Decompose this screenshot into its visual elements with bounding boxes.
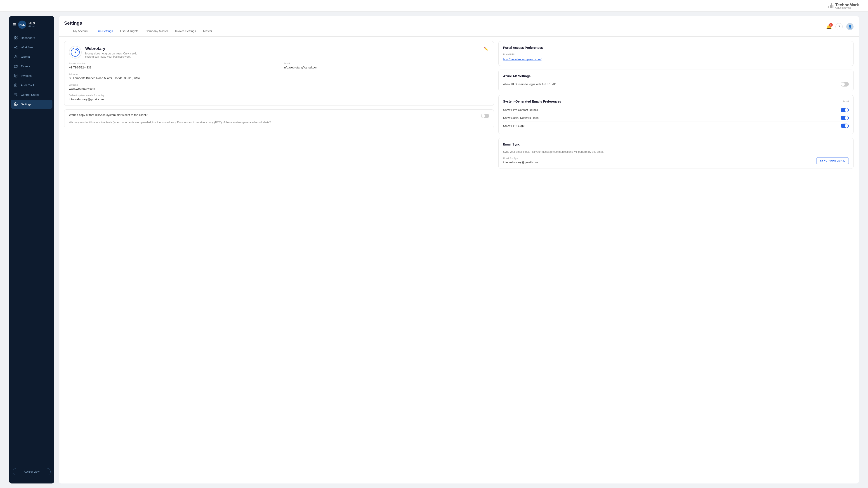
sidebar-item-audit-trail[interactable]: Audit Trail bbox=[11, 80, 53, 90]
address-field: Address 38 Lamberts Branch Road Miami, F… bbox=[69, 73, 489, 80]
email-label: Email bbox=[283, 62, 489, 65]
sidebar-item-control-sheet[interactable]: Control Sheet bbox=[11, 90, 53, 99]
help-button[interactable]: ? bbox=[835, 23, 843, 30]
settings-header: Settings My Account Firm Settings User &… bbox=[59, 16, 859, 37]
email-pref-label-1: Show Social Network Links bbox=[503, 116, 539, 120]
control-sheet-icon bbox=[13, 92, 18, 97]
brand-logo: TechnoMark CaEx Innovate bbox=[829, 2, 859, 9]
azure-label: Allow HLS users to login with AZURE AD bbox=[503, 83, 557, 86]
phone-field: Phone Number +1 786-522-4331 bbox=[69, 62, 274, 69]
sidebar-item-dashboard[interactable]: Dashboard bbox=[11, 33, 53, 42]
sidebar-brand-sub: Global bbox=[29, 25, 35, 28]
sidebar-nav: Dashboard Workflow Clients bbox=[9, 33, 54, 464]
show-firm-contact-toggle[interactable] bbox=[841, 108, 849, 112]
hamburger-icon[interactable]: ☰ bbox=[13, 23, 16, 27]
sidebar-item-label: Audit Trail bbox=[21, 84, 34, 87]
svg-point-10 bbox=[16, 56, 17, 57]
email-sync-description: Sync your email inbox - all your message… bbox=[503, 150, 849, 154]
firm-fields: Phone Number +1 786-522-4331 Email info.… bbox=[69, 62, 489, 101]
tab-invoice-settings[interactable]: Invoice Settings bbox=[172, 29, 199, 36]
firm-info: Webrotary Money does not grow on trees. … bbox=[69, 46, 140, 59]
firm-logo bbox=[69, 46, 82, 59]
svg-rect-3 bbox=[16, 36, 18, 37]
svg-point-17 bbox=[74, 52, 76, 53]
firm-details-card: Webrotary Money does not grow on trees. … bbox=[64, 41, 494, 106]
tab-firm-settings[interactable]: Firm Settings bbox=[92, 29, 117, 36]
portal-url-label: Portal URL bbox=[503, 53, 849, 56]
settings-tabs: My Account Firm Settings User & Rights C… bbox=[64, 29, 221, 36]
email-sync-card: Email Sync Sync your email inbox - all y… bbox=[498, 138, 854, 169]
sidebar-item-tickets[interactable]: Tickets bbox=[11, 62, 53, 71]
website-field: Website www.webrotary.com bbox=[69, 84, 489, 90]
tab-master[interactable]: Master bbox=[199, 29, 216, 36]
default-email-value: info.webrotary@gmail.com bbox=[69, 98, 489, 101]
sidebar-item-label: Workflow bbox=[21, 46, 33, 49]
website-label: Website bbox=[69, 84, 489, 86]
settings-icon bbox=[13, 102, 18, 106]
azure-ad-card: Azure AD Settings Allow HLS users to log… bbox=[498, 70, 854, 91]
sidebar-brand-text: HLS bbox=[29, 22, 35, 25]
main-layout: ☰ HLS HLS Global Dashboard bbox=[0, 11, 868, 488]
svg-text:HLS: HLS bbox=[20, 23, 25, 26]
phone-value: +1 786-522-4331 bbox=[69, 66, 274, 69]
svg-rect-2 bbox=[14, 36, 16, 37]
settings-container: Settings My Account Firm Settings User &… bbox=[59, 16, 859, 484]
sidebar-item-workflow[interactable]: Workflow bbox=[11, 43, 53, 52]
edit-firm-button[interactable]: ✏️ bbox=[483, 46, 489, 52]
portal-url-link[interactable]: http://taxarise.sampleurl.com/ bbox=[503, 58, 541, 61]
user-avatar-button[interactable]: 👤 bbox=[846, 23, 854, 30]
portal-access-title: Portal Access Preferences bbox=[503, 46, 849, 50]
svg-rect-4 bbox=[14, 38, 16, 39]
sidebar-item-invoices[interactable]: Invoices bbox=[11, 71, 53, 80]
phone-email-row: Phone Number +1 786-522-4331 Email info.… bbox=[69, 62, 489, 69]
bcc-toggle[interactable] bbox=[481, 113, 489, 118]
firm-name: Webrotary bbox=[85, 46, 140, 51]
svg-rect-11 bbox=[14, 65, 18, 68]
invoices-icon bbox=[13, 73, 18, 78]
show-firm-logo-toggle[interactable] bbox=[841, 124, 849, 128]
svg-rect-13 bbox=[16, 84, 17, 84]
sidebar-item-label: Invoices bbox=[21, 74, 32, 77]
header-actions: 🔔 2 ? 👤 bbox=[826, 23, 854, 30]
brand-circle: HLS bbox=[18, 21, 26, 29]
svg-point-15 bbox=[16, 104, 17, 105]
tab-user-rights[interactable]: User & Rights bbox=[117, 29, 142, 36]
sync-email-button[interactable]: SYNC YOUR EMAIL bbox=[816, 157, 849, 164]
sync-row: Email for Sync info.webrotary@gmail.com … bbox=[503, 157, 849, 164]
notification-badge: 2 bbox=[829, 23, 833, 27]
sync-email-label: Email for Sync bbox=[503, 157, 538, 160]
sidebar-header: ☰ HLS HLS Global bbox=[9, 21, 54, 33]
sidebar-item-clients[interactable]: Clients bbox=[11, 52, 53, 61]
svg-rect-5 bbox=[16, 38, 18, 39]
sidebar: ☰ HLS HLS Global Dashboard bbox=[9, 16, 54, 484]
workflow-icon bbox=[13, 45, 18, 50]
sidebar-item-label: Settings bbox=[21, 103, 31, 106]
sidebar-item-settings[interactable]: Settings bbox=[11, 100, 53, 109]
top-banner: TechnoMark CaEx Innovate bbox=[0, 0, 868, 11]
phone-label: Phone Number bbox=[69, 62, 274, 65]
bcc-title: Want a copy of that BillArise system ale… bbox=[69, 113, 426, 117]
website-value: www.webrotary.com bbox=[69, 87, 489, 90]
show-firm-contact-slider bbox=[841, 108, 849, 112]
bcc-toggle-slider bbox=[481, 113, 489, 118]
firm-header: Webrotary Money does not grow on trees. … bbox=[69, 46, 489, 59]
left-column: Webrotary Money does not grow on trees. … bbox=[64, 41, 494, 479]
right-column: Portal Access Preferences Portal URL htt… bbox=[498, 41, 854, 479]
clients-icon bbox=[13, 55, 18, 59]
tab-my-account[interactable]: My Account bbox=[70, 29, 92, 36]
sync-email-group: Email for Sync info.webrotary@gmail.com bbox=[503, 157, 538, 164]
email-pref-label-0: Show Firm Contact Details bbox=[503, 108, 538, 111]
notification-button[interactable]: 🔔 2 bbox=[826, 24, 832, 29]
email-field: Email info.webrotary@gmail.com bbox=[283, 62, 489, 69]
sync-email-value: info.webrotary@gmail.com bbox=[503, 161, 538, 164]
show-social-links-toggle[interactable] bbox=[841, 116, 849, 120]
azure-toggle-slider bbox=[841, 82, 849, 87]
advisor-view-button[interactable]: Advisor View bbox=[13, 468, 51, 475]
brand-bar-icon bbox=[829, 3, 833, 8]
firm-tagline: Money does not grow on trees. Only a sol… bbox=[85, 52, 140, 58]
tab-company-master[interactable]: Company Master bbox=[142, 29, 172, 36]
sidebar-item-label: Tickets bbox=[21, 65, 30, 68]
azure-toggle[interactable] bbox=[841, 82, 849, 87]
bcc-notification-card: Want a copy of that BillArise system ale… bbox=[64, 109, 494, 128]
azure-ad-title: Azure AD Settings bbox=[503, 74, 849, 78]
